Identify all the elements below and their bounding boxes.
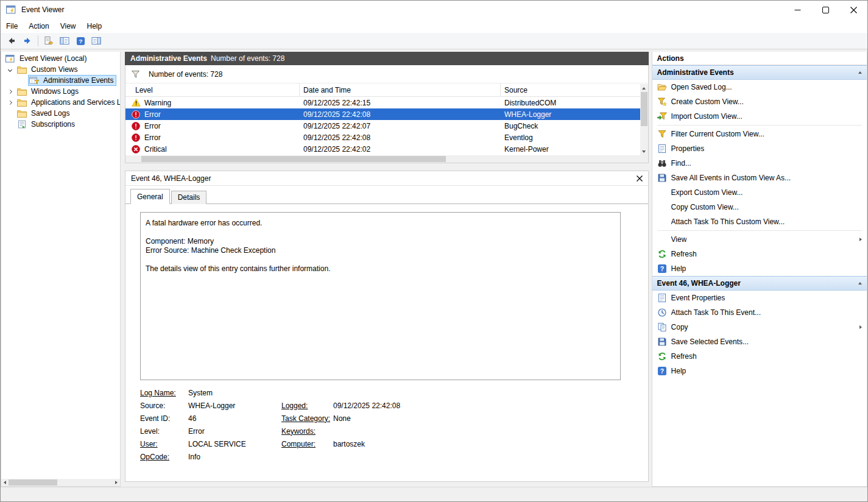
action-import-custom-view[interactable]: Import Custom View... — [652, 109, 867, 124]
warning-icon — [132, 99, 141, 107]
scrollbar-thumb[interactable] — [9, 479, 57, 486]
tree-item-event-viewer-local[interactable]: Event Viewer (Local) — [1, 53, 120, 64]
minimize-icon — [794, 7, 801, 13]
tree-horizontal-scrollbar[interactable] — [1, 479, 120, 486]
close-button[interactable] — [839, 1, 867, 19]
action-event-properties[interactable]: Event Properties — [652, 291, 867, 305]
tree-item-applications-services-logs[interactable]: Applications and Services Lo — [1, 97, 120, 108]
event-row-selected[interactable]: Error 09/12/2025 22:42:08 WHEA-Logger — [125, 108, 640, 120]
event-row[interactable]: Critical 09/12/2025 22:42:02 Kernel-Powe… — [125, 143, 640, 155]
action-save-all-events[interactable]: Save All Events in Custom View As... — [652, 171, 867, 185]
actions-pane: Actions Administrative Events Open Saved… — [652, 52, 867, 487]
menu-item-action[interactable]: Action — [23, 20, 54, 32]
events-list: Number of events: 728 Level Date and Tim… — [125, 65, 649, 163]
action-help[interactable]: ? Help — [652, 261, 867, 276]
collapse-section-icon[interactable] — [858, 282, 862, 285]
menu-item-view[interactable]: View — [55, 20, 82, 32]
event-level: Warning — [144, 99, 171, 107]
chevron-collapsed-icon[interactable] — [7, 101, 17, 104]
find-icon — [657, 158, 667, 168]
field-label-source: Source: — [140, 401, 188, 410]
actions-section-administrative-events[interactable]: Administrative Events — [652, 65, 867, 80]
tree-item-label: Administrative Events — [42, 76, 115, 85]
collapse-section-icon[interactable] — [858, 71, 862, 74]
scroll-left-icon[interactable] — [1, 479, 9, 486]
help-button[interactable]: ? — [72, 34, 88, 48]
tab-general[interactable]: General — [130, 189, 170, 204]
events-horizontal-scrollbar[interactable] — [125, 155, 640, 163]
scrollbar-thumb[interactable] — [641, 92, 647, 126]
scroll-down-icon[interactable] — [640, 147, 648, 155]
action-find[interactable]: Find... — [652, 156, 867, 171]
scroll-right-icon[interactable] — [113, 479, 120, 486]
event-source: BugCheck — [501, 122, 640, 130]
event-row[interactable]: Warning 09/12/2025 22:42:15 DistributedC… — [125, 97, 640, 108]
filter-banner: Number of events: 728 — [125, 65, 648, 83]
filter-icon — [657, 129, 667, 139]
minimize-button[interactable] — [783, 1, 811, 19]
action-help-event[interactable]: ? Help — [652, 364, 867, 378]
column-headers: Level Date and Time Source — [125, 83, 640, 97]
event-row[interactable]: Error 09/12/2025 22:42:08 Eventlog — [125, 132, 640, 143]
tree-item-label: Saved Logs — [30, 108, 71, 118]
actions-pane-title: Actions — [652, 52, 867, 65]
properties-icon — [657, 144, 667, 154]
action-copy-custom-view[interactable]: Copy Custom View... — [652, 200, 867, 214]
save-icon — [657, 173, 667, 183]
column-header-level[interactable]: Level — [125, 83, 300, 96]
tree-item-saved-logs[interactable]: Saved Logs — [1, 108, 120, 119]
tab-details[interactable]: Details — [171, 191, 207, 204]
back-button[interactable] — [4, 34, 19, 48]
scroll-up-icon[interactable] — [640, 84, 648, 92]
export-list-button[interactable] — [41, 34, 57, 48]
forward-icon — [23, 36, 32, 46]
tree-item-subscriptions[interactable]: Subscriptions — [1, 119, 120, 130]
action-export-custom-view[interactable]: Export Custom View... — [652, 185, 867, 200]
action-copy[interactable]: Copy — [652, 320, 867, 334]
action-properties[interactable]: Properties — [652, 141, 867, 156]
scrollbar-thumb[interactable] — [141, 156, 446, 162]
column-header-date-and-time[interactable]: Date and Time — [300, 83, 501, 96]
event-source: DistributedCOM — [501, 99, 640, 107]
field-value-computer: bartoszek — [333, 440, 648, 448]
close-preview-button[interactable] — [637, 175, 643, 182]
maximize-button[interactable] — [811, 1, 839, 19]
event-row[interactable]: Error 09/12/2025 22:42:07 BugCheck — [125, 120, 640, 132]
error-icon — [132, 110, 141, 119]
tree-item-administrative-events[interactable]: Administrative Events — [1, 75, 120, 86]
window-title: Event Viewer — [21, 5, 64, 14]
description-line: Error Source: Machine Check Exception — [146, 246, 615, 255]
event-datetime: 09/12/2025 22:42:08 — [300, 110, 501, 119]
refresh-icon — [657, 352, 667, 361]
description-line: Component: Memory — [146, 237, 615, 246]
action-attach-task-to-custom-view[interactable]: Attach Task To This Custom View... — [652, 214, 867, 229]
action-filter-current-custom-view[interactable]: Filter Current Custom View... — [652, 127, 867, 141]
show-console-tree-button[interactable] — [57, 34, 72, 48]
tree-item-label: Windows Logs — [30, 87, 80, 96]
tree-item-custom-views[interactable]: Custom Views — [1, 64, 120, 75]
actions-section-event-46-whea-logger[interactable]: Event 46, WHEA-Logger — [652, 276, 867, 291]
chevron-expanded-icon[interactable] — [7, 68, 17, 71]
action-refresh[interactable]: Refresh — [652, 247, 867, 261]
content-area: Event Viewer (Local) Custom Views Admini… — [1, 49, 867, 487]
toolbar-separator — [38, 35, 38, 46]
folder-icon — [17, 87, 27, 96]
events-vertical-scrollbar[interactable] — [640, 84, 648, 155]
forward-button[interactable] — [19, 34, 35, 48]
menu-item-help[interactable]: Help — [82, 20, 108, 32]
chevron-collapsed-icon[interactable] — [7, 90, 17, 93]
critical-icon — [132, 145, 141, 154]
action-refresh-event[interactable]: Refresh — [652, 349, 867, 364]
action-open-saved-log[interactable]: Open Saved Log... — [652, 80, 867, 94]
column-header-source[interactable]: Source — [501, 83, 640, 96]
preview-tabs: General Details — [125, 186, 648, 204]
action-view[interactable]: View — [652, 232, 867, 247]
show-action-pane-button[interactable] — [88, 34, 104, 48]
tree-item-windows-logs[interactable]: Windows Logs — [1, 86, 120, 97]
console-tree: Event Viewer (Local) Custom Views Admini… — [1, 52, 120, 130]
menu-item-file[interactable]: File — [1, 20, 23, 32]
action-save-selected-events[interactable]: Save Selected Events... — [652, 334, 867, 349]
event-description[interactable]: A fatal hardware error has occurred. Com… — [140, 212, 621, 380]
action-attach-task-to-event[interactable]: Attach Task To This Event... — [652, 305, 867, 320]
action-create-custom-view[interactable]: Create Custom View... — [652, 94, 867, 109]
